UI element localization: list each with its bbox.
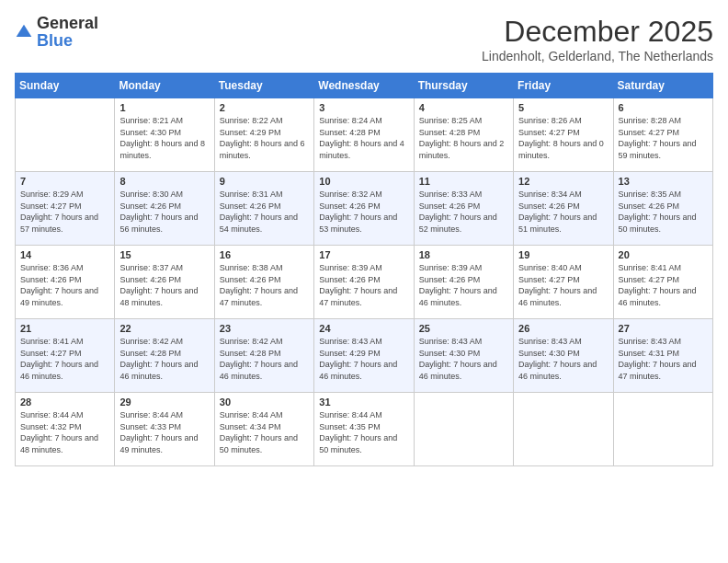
cell-info: Sunrise: 8:30 AMSunset: 4:26 PMDaylight:… <box>119 189 209 235</box>
week-row-2: 7Sunrise: 8:29 AMSunset: 4:27 PMDaylight… <box>16 172 713 246</box>
calendar-cell: 26Sunrise: 8:43 AMSunset: 4:30 PMDayligh… <box>514 319 613 393</box>
week-row-5: 28Sunrise: 8:44 AMSunset: 4:32 PMDayligh… <box>16 393 713 466</box>
day-number: 12 <box>518 176 608 187</box>
calendar-cell: 9Sunrise: 8:31 AMSunset: 4:26 PMDaylight… <box>214 172 313 246</box>
cell-info: Sunrise: 8:35 AMSunset: 4:26 PMDaylight:… <box>619 189 708 235</box>
day-number: 22 <box>119 323 209 334</box>
day-number: 21 <box>20 323 109 334</box>
cell-info: Sunrise: 8:34 AMSunset: 4:26 PMDaylight:… <box>518 189 608 235</box>
svg-marker-0 <box>17 25 32 37</box>
calendar-cell: 29Sunrise: 8:44 AMSunset: 4:33 PMDayligh… <box>115 393 214 466</box>
calendar-table: SundayMondayTuesdayWednesdayThursdayFrid… <box>15 73 713 466</box>
cell-info: Sunrise: 8:37 AMSunset: 4:26 PMDaylight:… <box>119 262 209 308</box>
calendar-cell: 5Sunrise: 8:26 AMSunset: 4:27 PMDaylight… <box>514 98 613 172</box>
calendar-cell: 2Sunrise: 8:22 AMSunset: 4:29 PMDaylight… <box>214 98 313 172</box>
calendar-cell <box>16 98 115 172</box>
calendar-cell: 30Sunrise: 8:44 AMSunset: 4:34 PMDayligh… <box>214 393 313 466</box>
week-row-4: 21Sunrise: 8:41 AMSunset: 4:27 PMDayligh… <box>16 319 713 393</box>
calendar-cell: 27Sunrise: 8:43 AMSunset: 4:31 PMDayligh… <box>613 319 712 393</box>
logo-blue: Blue <box>37 31 73 50</box>
cell-info: Sunrise: 8:44 AMSunset: 4:32 PMDaylight:… <box>20 409 109 455</box>
day-number: 3 <box>319 102 408 113</box>
day-number: 31 <box>319 396 408 408</box>
logo: General Blue <box>15 15 98 50</box>
cell-info: Sunrise: 8:43 AMSunset: 4:30 PMDaylight:… <box>419 336 508 382</box>
cell-info: Sunrise: 8:39 AMSunset: 4:26 PMDaylight:… <box>419 262 508 308</box>
calendar-cell: 12Sunrise: 8:34 AMSunset: 4:26 PMDayligh… <box>514 172 613 246</box>
cell-info: Sunrise: 8:26 AMSunset: 4:27 PMDaylight:… <box>518 115 608 161</box>
column-header-saturday: Saturday <box>613 74 712 98</box>
column-header-monday: Monday <box>115 74 214 98</box>
cell-info: Sunrise: 8:43 AMSunset: 4:29 PMDaylight:… <box>319 336 408 382</box>
location: Lindenholt, Gelderland, The Netherlands <box>482 49 713 63</box>
column-header-sunday: Sunday <box>16 74 115 98</box>
day-number: 20 <box>619 249 708 260</box>
day-number: 8 <box>119 176 209 187</box>
day-number: 19 <box>518 249 608 260</box>
cell-info: Sunrise: 8:36 AMSunset: 4:26 PMDaylight:… <box>20 262 109 308</box>
calendar-cell: 31Sunrise: 8:44 AMSunset: 4:35 PMDayligh… <box>314 393 414 466</box>
cell-info: Sunrise: 8:42 AMSunset: 4:28 PMDaylight:… <box>220 336 309 382</box>
day-number: 9 <box>220 176 309 187</box>
calendar-cell <box>514 393 613 466</box>
day-number: 1 <box>119 102 209 113</box>
day-number: 7 <box>20 176 109 187</box>
calendar-cell: 20Sunrise: 8:41 AMSunset: 4:27 PMDayligh… <box>613 246 712 319</box>
day-number: 11 <box>419 176 508 187</box>
cell-info: Sunrise: 8:39 AMSunset: 4:26 PMDaylight:… <box>319 262 408 308</box>
calendar-cell: 4Sunrise: 8:25 AMSunset: 4:28 PMDaylight… <box>414 98 513 172</box>
month-title: December 2025 <box>482 15 713 49</box>
week-row-3: 14Sunrise: 8:36 AMSunset: 4:26 PMDayligh… <box>16 246 713 319</box>
cell-info: Sunrise: 8:42 AMSunset: 4:28 PMDaylight:… <box>119 336 209 382</box>
calendar-cell: 1Sunrise: 8:21 AMSunset: 4:30 PMDaylight… <box>115 98 214 172</box>
day-number: 30 <box>220 396 309 408</box>
calendar-cell: 10Sunrise: 8:32 AMSunset: 4:26 PMDayligh… <box>314 172 414 246</box>
logo-general: General <box>37 14 98 32</box>
calendar-cell: 28Sunrise: 8:44 AMSunset: 4:32 PMDayligh… <box>16 393 115 466</box>
calendar-body: 1Sunrise: 8:21 AMSunset: 4:30 PMDaylight… <box>16 98 713 466</box>
calendar-cell: 21Sunrise: 8:41 AMSunset: 4:27 PMDayligh… <box>16 319 115 393</box>
column-header-tuesday: Tuesday <box>214 74 313 98</box>
calendar-cell: 23Sunrise: 8:42 AMSunset: 4:28 PMDayligh… <box>214 319 313 393</box>
day-number: 26 <box>518 323 608 334</box>
cell-info: Sunrise: 8:40 AMSunset: 4:27 PMDaylight:… <box>518 262 608 308</box>
day-number: 2 <box>220 102 309 113</box>
calendar-cell: 25Sunrise: 8:43 AMSunset: 4:30 PMDayligh… <box>414 319 513 393</box>
calendar-cell: 3Sunrise: 8:24 AMSunset: 4:28 PMDaylight… <box>314 98 414 172</box>
cell-info: Sunrise: 8:31 AMSunset: 4:26 PMDaylight:… <box>220 189 309 235</box>
day-number: 6 <box>619 102 708 113</box>
cell-info: Sunrise: 8:44 AMSunset: 4:34 PMDaylight:… <box>220 409 309 455</box>
calendar-cell: 6Sunrise: 8:28 AMSunset: 4:27 PMDaylight… <box>613 98 712 172</box>
calendar-cell: 14Sunrise: 8:36 AMSunset: 4:26 PMDayligh… <box>16 246 115 319</box>
cell-info: Sunrise: 8:41 AMSunset: 4:27 PMDaylight:… <box>20 336 109 382</box>
day-number: 13 <box>619 176 708 187</box>
day-number: 27 <box>619 323 708 334</box>
calendar-cell: 19Sunrise: 8:40 AMSunset: 4:27 PMDayligh… <box>514 246 613 319</box>
logo-icon <box>15 23 33 41</box>
calendar-cell: 7Sunrise: 8:29 AMSunset: 4:27 PMDaylight… <box>16 172 115 246</box>
day-number: 4 <box>419 102 508 113</box>
calendar-cell <box>414 393 513 466</box>
day-number: 25 <box>419 323 508 334</box>
calendar-cell: 8Sunrise: 8:30 AMSunset: 4:26 PMDaylight… <box>115 172 214 246</box>
cell-info: Sunrise: 8:32 AMSunset: 4:26 PMDaylight:… <box>319 189 408 235</box>
column-header-friday: Friday <box>514 74 613 98</box>
cell-info: Sunrise: 8:22 AMSunset: 4:29 PMDaylight:… <box>220 115 309 161</box>
cell-info: Sunrise: 8:24 AMSunset: 4:28 PMDaylight:… <box>319 115 408 161</box>
column-header-wednesday: Wednesday <box>314 74 414 98</box>
calendar-cell: 17Sunrise: 8:39 AMSunset: 4:26 PMDayligh… <box>314 246 414 319</box>
cell-info: Sunrise: 8:21 AMSunset: 4:30 PMDaylight:… <box>119 115 209 161</box>
day-number: 14 <box>20 249 109 260</box>
calendar-cell: 22Sunrise: 8:42 AMSunset: 4:28 PMDayligh… <box>115 319 214 393</box>
cell-info: Sunrise: 8:33 AMSunset: 4:26 PMDaylight:… <box>419 189 508 235</box>
day-number: 15 <box>119 249 209 260</box>
cell-info: Sunrise: 8:44 AMSunset: 4:35 PMDaylight:… <box>319 409 408 455</box>
day-number: 5 <box>518 102 608 113</box>
day-number: 28 <box>20 396 109 408</box>
cell-info: Sunrise: 8:44 AMSunset: 4:33 PMDaylight:… <box>119 409 209 455</box>
calendar-cell: 11Sunrise: 8:33 AMSunset: 4:26 PMDayligh… <box>414 172 513 246</box>
calendar-cell: 13Sunrise: 8:35 AMSunset: 4:26 PMDayligh… <box>613 172 712 246</box>
day-number: 17 <box>319 249 408 260</box>
cell-info: Sunrise: 8:28 AMSunset: 4:27 PMDaylight:… <box>619 115 708 161</box>
calendar-header-row: SundayMondayTuesdayWednesdayThursdayFrid… <box>16 74 713 98</box>
